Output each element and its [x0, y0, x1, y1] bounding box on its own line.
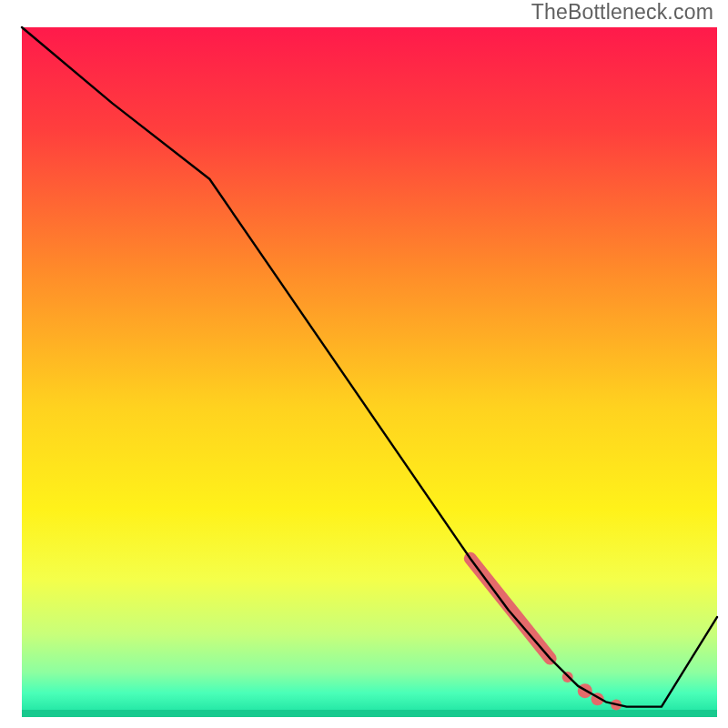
- watermark-text: TheBottleneck.com: [531, 0, 713, 25]
- plot-background: [22, 27, 717, 717]
- ground-stripe: [22, 710, 717, 717]
- chart-stage: TheBottleneck.com: [0, 0, 728, 728]
- bottleneck-chart: [0, 0, 728, 728]
